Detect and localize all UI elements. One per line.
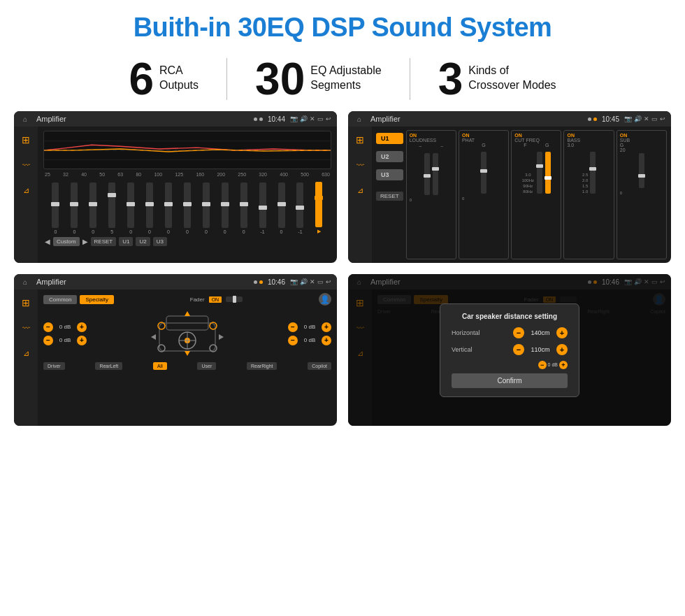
- fader-main: Common Specialty Fader ON 👤: [38, 289, 337, 426]
- eq-slider-5[interactable]: 0: [127, 182, 134, 234]
- u2-button[interactable]: U2: [376, 151, 403, 162]
- eq-slider-4[interactable]: 5: [108, 182, 115, 234]
- fader-status-icons: 10:46 📷 🔊 ✕ ▭ ↩: [254, 278, 331, 286]
- eq-slider-14[interactable]: -1: [296, 182, 303, 234]
- crossover-home-icon[interactable]: ⌂: [354, 113, 365, 124]
- crossover-body: ⊞ 〰 ⊿ U1 U2 U3 RESET ON LOUDNESS: [348, 127, 671, 263]
- stat-number-6: 6: [129, 57, 154, 101]
- horizontal-minus[interactable]: −: [513, 327, 524, 338]
- eq-slider-9[interactable]: 0: [203, 182, 210, 234]
- minimize-icon[interactable]: ▭: [317, 115, 324, 122]
- stat-item-eq: 30 EQ Adjustable Segments: [227, 57, 410, 101]
- fader-home-icon[interactable]: ⌂: [20, 276, 31, 287]
- fader-slider[interactable]: [226, 296, 243, 302]
- home-icon[interactable]: ⌂: [20, 113, 31, 124]
- eq-u3-btn[interactable]: U3: [153, 237, 167, 246]
- dot1: [254, 117, 257, 121]
- eq-slider-12[interactable]: -1: [259, 182, 266, 234]
- fader-side-icons: ⊞ 〰 ⊿: [14, 289, 38, 426]
- db3-plus[interactable]: +: [322, 322, 331, 332]
- fader-title: Amplifier: [36, 278, 66, 286]
- c-wave-icon[interactable]: 〰: [352, 157, 368, 173]
- eq-slider-13[interactable]: 0: [278, 182, 285, 234]
- driver-btn[interactable]: Driver: [43, 362, 65, 370]
- ddb1: 0 dB: [548, 362, 558, 367]
- c-vol-icon[interactable]: ⊿: [352, 182, 368, 198]
- f-filter-icon[interactable]: ⊞: [18, 295, 34, 310]
- eq-reset-btn[interactable]: RESET: [91, 237, 117, 246]
- crossover-reset-btn[interactable]: RESET: [376, 192, 403, 201]
- horizontal-plus[interactable]: +: [556, 327, 568, 338]
- eq-vol-icon[interactable]: ⊿: [18, 182, 34, 198]
- on-badge-sub: ON: [620, 133, 663, 138]
- fader-label: Fader: [190, 296, 205, 303]
- panel-loudness: ON LOUDNESS ~ ~: [406, 130, 456, 259]
- close-icon[interactable]: ✕: [310, 115, 315, 122]
- c-volume-icon: 🔊: [634, 115, 642, 122]
- car-svg: [149, 309, 226, 358]
- tab-specialty[interactable]: Specialty: [80, 295, 113, 304]
- c-back-icon[interactable]: ↩: [660, 115, 665, 122]
- rearleft-btn[interactable]: RearLeft: [95, 362, 122, 370]
- f-close-icon[interactable]: ✕: [310, 278, 315, 285]
- eq-bottom-bar: ◀ Custom ▶ RESET U1 U2 U3: [43, 234, 331, 246]
- db4-plus[interactable]: +: [322, 336, 331, 345]
- eq-sliders: 0 0 0 5 0: [43, 178, 331, 234]
- eq-slider-3[interactable]: 0: [89, 182, 96, 234]
- copilot-btn[interactable]: Copilot: [308, 362, 331, 370]
- eq-filter-icon[interactable]: ⊞: [18, 132, 34, 148]
- eq-slider-1[interactable]: 0: [52, 182, 59, 234]
- on-badge-cutfreq: ON: [514, 133, 558, 138]
- crossover-status-icons: 10:45 📷 🔊 ✕ ▭ ↩: [588, 115, 665, 123]
- ddm1[interactable]: −: [538, 361, 547, 369]
- eq-u1-btn[interactable]: U1: [119, 237, 133, 246]
- volume-icon: 🔊: [300, 115, 308, 122]
- ddp1[interactable]: +: [559, 361, 568, 369]
- back-icon[interactable]: ↩: [326, 115, 331, 122]
- eq-prev-btn[interactable]: ◀: [45, 238, 50, 245]
- screen-fader: ⌂ Amplifier 10:46 📷 🔊 ✕ ▭ ↩ ⊞ 〰 ⊿: [14, 274, 337, 426]
- c-close-icon[interactable]: ✕: [644, 115, 649, 122]
- tab-common[interactable]: Common: [43, 295, 77, 304]
- db1-plus[interactable]: +: [77, 322, 87, 332]
- eq-slider-10[interactable]: 0: [222, 182, 229, 234]
- eq-slider-6[interactable]: 0: [146, 182, 153, 234]
- u-buttons-col: U1 U2 U3 RESET: [376, 130, 403, 259]
- eq-wave-icon[interactable]: 〰: [18, 157, 34, 173]
- rearright-btn[interactable]: RearRight: [247, 362, 277, 370]
- db4-minus[interactable]: −: [288, 336, 298, 345]
- db1-value: 0 dB: [55, 324, 75, 330]
- fdot1: [254, 280, 257, 284]
- u1-button[interactable]: U1: [376, 133, 403, 144]
- vertical-minus[interactable]: −: [513, 344, 524, 355]
- dialog-overlay: Car speaker distance setting Horizontal …: [348, 274, 671, 426]
- eq-slider-2[interactable]: 0: [71, 182, 78, 234]
- stat-item-rca: 6 RCA Outputs: [101, 57, 226, 101]
- panel-bass: ON BASS 3.0 2.5 2.0 1.5 1.0: [563, 130, 614, 259]
- all-btn[interactable]: All: [153, 362, 167, 370]
- eq-slider-11[interactable]: 0: [240, 182, 247, 234]
- dialog-row-horizontal: Horizontal − 140cm +: [452, 327, 568, 338]
- f-wave-icon[interactable]: 〰: [18, 320, 34, 336]
- user-btn[interactable]: User: [197, 362, 216, 370]
- db1-minus[interactable]: −: [43, 322, 53, 332]
- eq-slider-15[interactable]: ▶: [315, 182, 322, 234]
- f-back-icon[interactable]: ↩: [326, 278, 331, 285]
- f-vol-icon[interactable]: ⊿: [18, 345, 34, 361]
- eq-slider-8[interactable]: 0: [184, 182, 191, 234]
- vertical-plus[interactable]: +: [556, 344, 568, 355]
- eq-slider-7[interactable]: 0: [165, 182, 172, 234]
- confirm-button[interactable]: Confirm: [452, 373, 568, 388]
- f-minimize-icon[interactable]: ▭: [317, 278, 324, 285]
- db3-minus[interactable]: −: [288, 322, 298, 332]
- db2-minus[interactable]: −: [43, 336, 53, 345]
- dialog-row-vertical: Vertical − 110cm +: [452, 344, 568, 355]
- vertical-label: Vertical: [452, 346, 473, 353]
- c-minimize-icon[interactable]: ▭: [651, 115, 658, 122]
- c-filter-icon[interactable]: ⊞: [352, 132, 368, 148]
- eq-u2-btn[interactable]: U2: [136, 237, 150, 246]
- u3-button[interactable]: U3: [376, 169, 403, 180]
- eq-main: 25 32 40 50 63 80 100 125 160 200 250 32…: [38, 127, 337, 263]
- eq-next-btn[interactable]: ▶: [82, 238, 88, 245]
- db2-plus[interactable]: +: [77, 336, 87, 345]
